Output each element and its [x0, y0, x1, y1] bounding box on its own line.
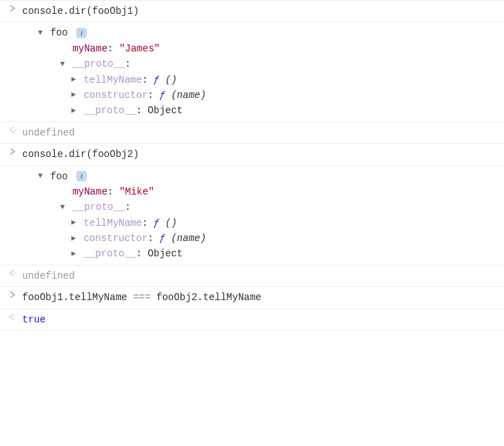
proto-key: __proto__	[72, 58, 125, 69]
console-input-row: fooObj1.tellMyName === fooObj2.tellMyNam…	[0, 286, 504, 308]
input-chevron-icon	[3, 290, 22, 298]
expand-arrow-right-icon[interactable]: ▶	[69, 217, 78, 229]
constructor-name: foo	[50, 171, 67, 182]
tree-property[interactable]: myName: "James"	[58, 41, 498, 56]
info-icon[interactable]: i	[76, 28, 87, 38]
expand-arrow-right-icon[interactable]: ▶	[69, 74, 78, 86]
console-output-row: ▼ foo i myName: "Mike" ▼ __proto__: ▶ te…	[0, 165, 504, 265]
expand-arrow-down-icon[interactable]: ▼	[58, 201, 67, 214]
method-key: constructor	[83, 90, 147, 101]
return-value: undefined	[22, 268, 504, 283]
expand-arrow-down-icon[interactable]: ▼	[58, 58, 67, 71]
console-output-row: ▼ foo i myName: "James" ▼ __proto__: ▶ t…	[0, 22, 504, 121]
return-value: undefined	[22, 125, 504, 140]
svg-point-1	[15, 272, 17, 274]
expand-arrow-down-icon[interactable]: ▼	[36, 170, 44, 183]
tree-root[interactable]: ▼ foo i	[36, 25, 498, 40]
object-tree: ▼ foo i myName: "Mike" ▼ __proto__: ▶ te…	[22, 169, 504, 262]
function-symbol: ƒ	[153, 217, 165, 229]
expand-arrow-right-icon[interactable]: ▶	[69, 233, 78, 245]
tree-method[interactable]: ▶ constructor: ƒ (name)	[69, 231, 498, 246]
function-args: (name)	[171, 233, 205, 244]
function-symbol: ƒ	[160, 233, 171, 244]
function-args: (name)	[171, 90, 205, 101]
tree-proto[interactable]: ▼ __proto__:	[58, 199, 498, 215]
prop-value: "James"	[119, 43, 160, 54]
tree-proto[interactable]: ▼ __proto__:	[58, 56, 498, 72]
console-return-row: undefined	[0, 122, 504, 143]
cmd-right: fooObj2.tellMyName	[151, 292, 262, 303]
tree-method[interactable]: ▶ __proto__: Object	[69, 246, 498, 261]
cmd-left: fooObj1.tellMyName	[22, 292, 133, 303]
tree-root[interactable]: ▼ foo i	[36, 169, 498, 184]
return-chevron-icon	[3, 312, 22, 320]
tree-method[interactable]: ▶ constructor: ƒ (name)	[69, 88, 498, 103]
prop-key: myName	[72, 43, 107, 54]
console-input-row: console.dir(fooObj1)	[0, 0, 504, 22]
expand-arrow-right-icon[interactable]: ▶	[69, 89, 78, 101]
tree-method[interactable]: ▶ tellMyName: ƒ ()	[69, 72, 498, 88]
method-key: tellMyName	[83, 217, 142, 229]
console-input-row: console.dir(fooObj2)	[0, 143, 504, 165]
output-gutter	[3, 169, 22, 170]
input-chevron-icon	[3, 3, 22, 12]
expand-arrow-right-icon[interactable]: ▶	[69, 105, 78, 117]
prop-key: myName	[72, 186, 107, 197]
expand-arrow-right-icon[interactable]: ▶	[69, 248, 78, 261]
method-key: tellMyName	[83, 74, 142, 85]
console-return-row: undefined	[0, 265, 504, 286]
function-symbol: ƒ	[160, 90, 171, 101]
method-value: Object	[148, 105, 183, 116]
object-tree: ▼ foo i myName: "James" ▼ __proto__: ▶ t…	[22, 25, 504, 118]
tree-method[interactable]: ▶ __proto__: Object	[69, 103, 498, 118]
return-chevron-icon	[3, 125, 22, 133]
output-gutter	[3, 25, 22, 26]
input-chevron-icon	[3, 147, 22, 155]
cmd-operator: ===	[133, 292, 151, 303]
return-value: true	[22, 312, 504, 327]
return-chevron-icon	[3, 268, 22, 276]
svg-point-0	[15, 129, 17, 131]
proto-key: __proto__	[72, 201, 125, 213]
console-return-row: true	[0, 308, 504, 331]
expand-arrow-down-icon[interactable]: ▼	[36, 27, 44, 40]
function-args: ()	[165, 74, 177, 85]
method-key: constructor	[83, 233, 147, 244]
info-icon[interactable]: i	[76, 171, 87, 181]
method-key: __proto__	[83, 105, 136, 116]
tree-method[interactable]: ▶ tellMyName: ƒ ()	[69, 215, 498, 231]
console-command[interactable]: console.dir(fooObj1)	[22, 3, 504, 19]
function-symbol: ƒ	[153, 74, 165, 85]
prop-value: "Mike"	[119, 186, 154, 197]
tree-property[interactable]: myName: "Mike"	[58, 184, 498, 199]
function-args: ()	[165, 217, 177, 229]
console-command[interactable]: console.dir(fooObj2)	[22, 147, 504, 162]
console-command[interactable]: fooObj1.tellMyName === fooObj2.tellMyNam…	[22, 290, 504, 305]
constructor-name: foo	[50, 27, 67, 38]
svg-point-2	[15, 316, 17, 317]
method-value: Object	[148, 248, 183, 259]
method-key: __proto__	[83, 248, 136, 259]
